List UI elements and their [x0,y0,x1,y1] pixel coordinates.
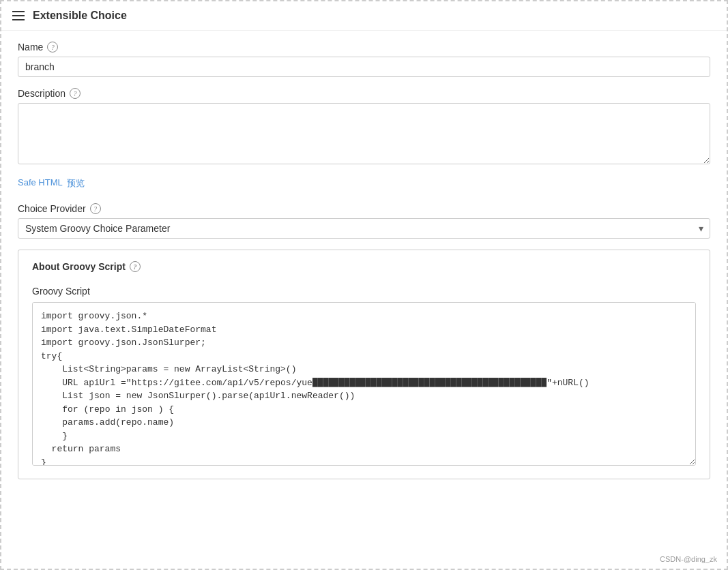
name-input[interactable] [18,57,710,77]
choice-provider-select[interactable]: System Groovy Choice Parameter [18,218,710,239]
choice-provider-help-icon[interactable]: ? [90,203,101,214]
preview-link[interactable]: 预览 [67,177,85,190]
menu-icon[interactable] [12,11,25,20]
description-help-icon[interactable]: ? [70,88,81,99]
choice-provider-group: Choice Provider ? System Groovy Choice P… [18,203,710,239]
groovy-script-textarea[interactable] [32,302,696,466]
name-label-row: Name ? [18,42,710,52]
choice-provider-label: Choice Provider [18,203,86,214]
groovy-script-label: Groovy Script [32,286,696,297]
groovy-section-title: About Groovy Script [32,261,126,272]
choice-provider-label-row: Choice Provider ? [18,203,710,214]
description-group: Description ? [18,88,710,166]
header: Extensible Choice [1,1,727,31]
name-group: Name ? [18,42,710,77]
name-label: Name [18,42,43,52]
groovy-section: About Groovy Script ? Groovy Script [18,250,710,479]
page-title: Extensible Choice [33,10,127,22]
description-label-row: Description ? [18,88,710,99]
description-textarea[interactable] [18,103,710,164]
watermark: CSDN-@ding_zk [660,555,717,563]
safe-html-link[interactable]: Safe HTML [18,177,63,190]
safe-html-row: Safe HTML 预览 [18,177,710,190]
name-help-icon[interactable]: ? [47,42,58,52]
groovy-help-icon[interactable]: ? [130,261,141,272]
choice-provider-select-wrapper: System Groovy Choice Parameter [18,218,710,239]
main-content: Name ? Description ? Safe HTML 预览 Choice… [1,31,727,490]
description-label: Description [18,88,65,99]
groovy-header: About Groovy Script ? [32,261,696,272]
